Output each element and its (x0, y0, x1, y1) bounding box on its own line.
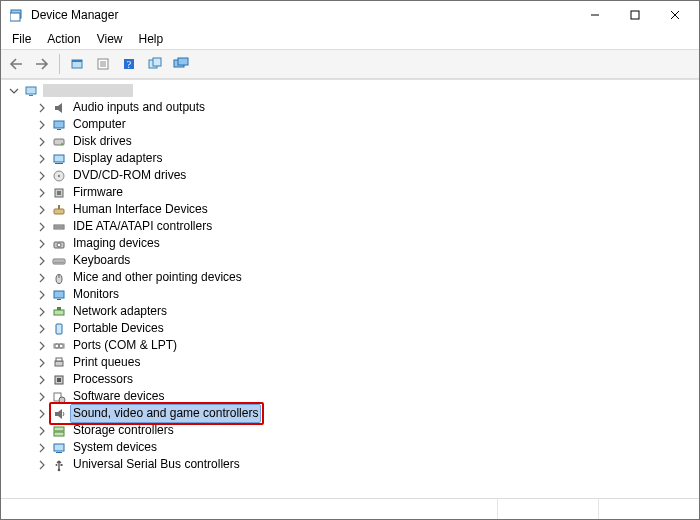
show-hidden-button[interactable] (65, 52, 89, 76)
portable-icon (51, 321, 67, 337)
menu-action[interactable]: Action (40, 31, 87, 47)
tree-item-label: Universal Serial Bus controllers (71, 456, 242, 473)
hid-icon (51, 202, 67, 218)
tree-item[interactable]: System devices (35, 439, 699, 456)
tree-item[interactable]: Firmware (35, 184, 699, 201)
toolbar: ? (1, 50, 699, 79)
chevron-right-icon[interactable] (35, 424, 49, 438)
chevron-right-icon[interactable] (35, 186, 49, 200)
tree-item-label: Sound, video and game controllers (71, 405, 260, 422)
monitor-icon (51, 117, 67, 133)
status-cell (598, 499, 699, 519)
chevron-right-icon[interactable] (35, 220, 49, 234)
chevron-right-icon[interactable] (35, 305, 49, 319)
tree-item-label: Processors (71, 371, 135, 388)
chevron-right-icon[interactable] (35, 373, 49, 387)
chevron-right-icon[interactable] (35, 356, 49, 370)
svg-rect-31 (54, 209, 64, 214)
tree-item[interactable]: Sound, video and game controllers (35, 405, 699, 422)
tree-item[interactable]: Disk drives (35, 133, 699, 150)
menu-file[interactable]: File (5, 31, 38, 47)
sound-icon (51, 406, 67, 422)
tree-item[interactable]: Network adapters (35, 303, 699, 320)
tree-item[interactable]: Imaging devices (35, 235, 699, 252)
tree-item-label: Mice and other pointing devices (71, 269, 244, 286)
usb-icon (51, 457, 67, 473)
chevron-right-icon[interactable] (35, 203, 49, 217)
svg-rect-57 (54, 427, 64, 431)
tree-item[interactable]: Storage controllers (35, 422, 699, 439)
refresh-button[interactable] (143, 52, 167, 76)
tree-item[interactable]: Print queues (35, 354, 699, 371)
chevron-right-icon[interactable] (35, 271, 49, 285)
tree-item[interactable]: Keyboards (35, 252, 699, 269)
tree-item[interactable]: Display adapters (35, 150, 699, 167)
minimize-button[interactable] (575, 1, 615, 29)
tree-item[interactable]: Universal Serial Bus controllers (35, 456, 699, 473)
svg-rect-1 (10, 13, 20, 21)
tree-item-label: IDE ATA/ATAPI controllers (71, 218, 214, 235)
tree-item[interactable]: IDE ATA/ATAPI controllers (35, 218, 699, 235)
properties-button[interactable] (91, 52, 115, 76)
chevron-right-icon[interactable] (35, 237, 49, 251)
chevron-right-icon[interactable] (35, 441, 49, 455)
tree-item-label: Keyboards (71, 252, 132, 269)
device-tree[interactable]: Audio inputs and outputsComputerDisk dri… (1, 79, 699, 498)
chevron-right-icon[interactable] (35, 407, 49, 421)
tree-item-label: Firmware (71, 184, 125, 201)
help-button[interactable]: ? (117, 52, 141, 76)
close-button[interactable] (655, 1, 695, 29)
chevron-right-icon[interactable] (35, 322, 49, 336)
tree-root[interactable] (7, 82, 699, 99)
tree-item-label: DVD/CD-ROM drives (71, 167, 188, 184)
tree-item-label: Ports (COM & LPT) (71, 337, 179, 354)
svg-rect-15 (153, 58, 161, 66)
chevron-right-icon[interactable] (35, 118, 49, 132)
tree-item-label: Imaging devices (71, 235, 162, 252)
tree-item[interactable]: Ports (COM & LPT) (35, 337, 699, 354)
tree-item[interactable]: Audio inputs and outputs (35, 99, 699, 116)
svg-rect-45 (57, 307, 61, 310)
chevron-right-icon[interactable] (35, 169, 49, 183)
svg-rect-22 (57, 129, 61, 130)
tree-item[interactable]: Computer (35, 116, 699, 133)
port-icon (51, 338, 67, 354)
svg-rect-7 (72, 60, 82, 62)
monitors-button[interactable] (169, 52, 193, 76)
tree-item-label: Human Interface Devices (71, 201, 210, 218)
chevron-right-icon[interactable] (35, 135, 49, 149)
tree-item[interactable]: DVD/CD-ROM drives (35, 167, 699, 184)
chevron-right-icon[interactable] (35, 288, 49, 302)
tree-item-label: Display adapters (71, 150, 164, 167)
menu-view[interactable]: View (90, 31, 130, 47)
chevron-right-icon[interactable] (35, 152, 49, 166)
printer-icon (51, 355, 67, 371)
maximize-button[interactable] (615, 1, 655, 29)
mouse-icon (51, 270, 67, 286)
camera-icon (51, 236, 67, 252)
tree-item[interactable]: Processors (35, 371, 699, 388)
tree-item-label: Disk drives (71, 133, 134, 150)
svg-rect-21 (54, 121, 64, 128)
chevron-right-icon[interactable] (35, 254, 49, 268)
chevron-right-icon[interactable] (35, 339, 49, 353)
tree-item[interactable]: Human Interface Devices (35, 201, 699, 218)
chevron-right-icon[interactable] (35, 458, 49, 472)
svg-rect-3 (631, 11, 639, 19)
chevron-down-icon[interactable] (7, 84, 21, 98)
tree-item[interactable]: Mice and other pointing devices (35, 269, 699, 286)
tree-item-label: Portable Devices (71, 320, 166, 337)
svg-point-62 (56, 464, 58, 466)
root-computer-name (43, 84, 133, 97)
back-button[interactable] (4, 52, 28, 76)
menu-help[interactable]: Help (132, 31, 171, 47)
svg-line-4 (671, 11, 679, 19)
chevron-right-icon[interactable] (35, 101, 49, 115)
tree-item[interactable]: Portable Devices (35, 320, 699, 337)
tree-item[interactable]: Monitors (35, 286, 699, 303)
chevron-right-icon[interactable] (35, 390, 49, 404)
svg-rect-26 (55, 163, 63, 164)
tree-item-label: Audio inputs and outputs (71, 99, 207, 116)
forward-button[interactable] (30, 52, 54, 76)
svg-rect-43 (57, 299, 61, 300)
